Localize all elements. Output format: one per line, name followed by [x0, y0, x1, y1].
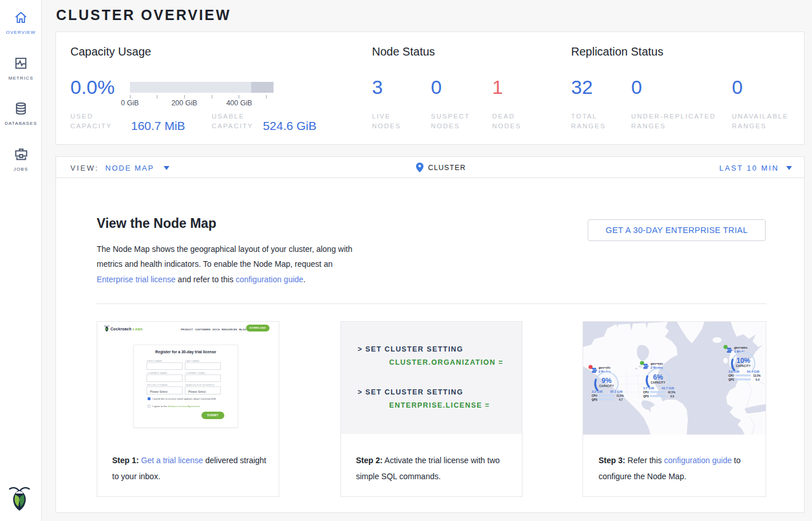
svg-text:3.2 GiB: 3.2 GiB — [592, 390, 603, 393]
svg-text:CPU: CPU — [728, 374, 734, 377]
svg-text:3.7 GiB: 3.7 GiB — [643, 386, 654, 390]
svg-text:4.7: 4.7 — [619, 398, 623, 401]
svg-text:11.0%: 11.0% — [616, 394, 624, 397]
svg-text:0.4: 0.4 — [756, 378, 760, 381]
svg-text:QPS: QPS — [728, 378, 734, 381]
svg-text:34.4 GiB: 34.4 GiB — [747, 370, 759, 373]
svg-text:42.5%: 42.5% — [668, 391, 675, 394]
svg-text:10%: 10% — [736, 357, 750, 365]
svg-text:9%: 9% — [601, 377, 612, 385]
svg-text:QPS: QPS — [592, 398, 597, 401]
svg-text:43.7 GiB: 43.7 GiB — [662, 386, 674, 390]
svg-text:13.3%: 13.3% — [753, 374, 760, 377]
svg-text:CAPACITY: CAPACITY — [651, 381, 666, 384]
svg-text:CAPACITY: CAPACITY — [736, 365, 751, 368]
svg-text:geo=ams: geo=ams — [734, 346, 747, 349]
svg-text:CPU: CPU — [643, 391, 649, 394]
svg-text:CPU: CPU — [592, 394, 597, 397]
svg-text:35.1 GiB: 35.1 GiB — [610, 390, 623, 393]
svg-text:geo=sfo: geo=sfo — [599, 366, 611, 369]
svg-text:CAPACITY: CAPACITY — [599, 385, 614, 388]
svg-text:3.6 GiB: 3.6 GiB — [728, 370, 739, 373]
svg-text:geo=nyc: geo=nyc — [651, 362, 663, 365]
svg-text:0.0: 0.0 — [671, 395, 675, 398]
svg-text:QPS: QPS — [643, 395, 649, 398]
svg-text:6%: 6% — [653, 373, 663, 381]
